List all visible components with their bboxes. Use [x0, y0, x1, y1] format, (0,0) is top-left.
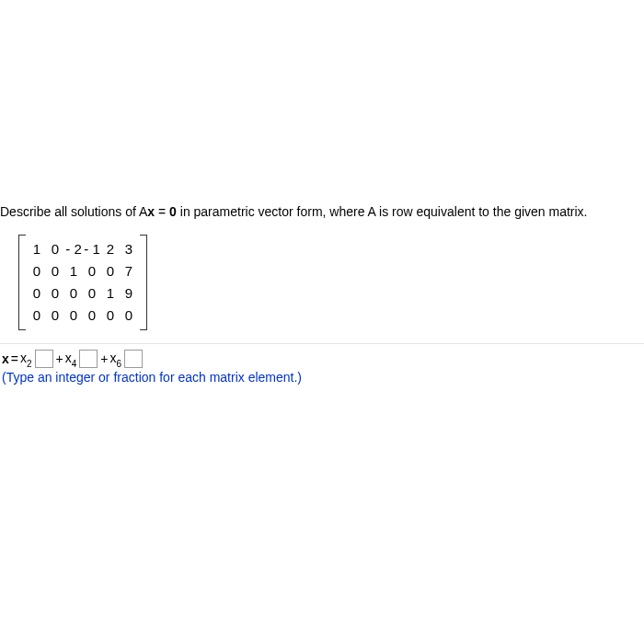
matrix-cell: 0 [46, 238, 64, 260]
answer-area: x = x2 + x4 + x6 (Type an integer or fra… [0, 344, 644, 385]
matrix: 1 0 - 2 - 1 2 3 0 0 1 0 0 7 0 0 0 0 1 9 … [18, 235, 644, 343]
vector-input-2[interactable] [79, 350, 98, 368]
matrix-cell: 0 [64, 282, 83, 305]
question-suffix: in parametric vector form, where A is ro… [177, 204, 588, 219]
matrix-cell: 0 [46, 305, 64, 327]
answer-plus2: + [100, 351, 108, 366]
matrix-cell: 1 [101, 282, 120, 305]
matrix-cell: 0 [64, 305, 83, 327]
matrix-cell: 0 [46, 282, 64, 305]
matrix-cell: - 2 [64, 238, 83, 260]
matrix-cell: 1 [28, 238, 46, 260]
matrix-cell: 0 [83, 282, 101, 305]
matrix-cell: 0 [28, 305, 46, 327]
answer-eq: = [11, 351, 18, 366]
matrix-cell: - 1 [83, 238, 101, 260]
matrix-cell: 0 [83, 305, 101, 327]
question-text: Describe all solutions of Ax = 0 in para… [0, 202, 644, 222]
question-ax-bold: x [147, 204, 155, 219]
matrix-bracket-left [18, 235, 26, 330]
matrix-cell: 9 [120, 282, 138, 305]
matrix-cell: 1 [64, 260, 83, 282]
answer-var2: x4 [65, 351, 77, 368]
matrix-cell: 0 [120, 305, 138, 327]
answer-var3: x6 [109, 351, 121, 368]
matrix-cell: 0 [101, 305, 120, 327]
question-middle: = [155, 204, 169, 219]
answer-hint: (Type an integer or fraction for each ma… [2, 370, 644, 385]
question-prefix: Describe all solutions of A [0, 204, 147, 219]
answer-line: x = x2 + x4 + x6 [2, 350, 644, 368]
matrix-cell: 0 [46, 260, 64, 282]
answer-var1: x2 [20, 351, 32, 368]
matrix-grid: 1 0 - 2 - 1 2 3 0 0 1 0 0 7 0 0 0 0 1 9 … [26, 235, 140, 330]
question-zero-bold: 0 [169, 204, 177, 219]
matrix-cell: 2 [101, 238, 120, 260]
matrix-cell: 0 [28, 260, 46, 282]
matrix-bracket-right [140, 235, 147, 330]
vector-input-3[interactable] [124, 350, 143, 368]
matrix-cell: 7 [120, 260, 138, 282]
matrix-cell: 0 [83, 260, 101, 282]
matrix-cell: 3 [120, 238, 138, 260]
vector-input-1[interactable] [35, 350, 53, 368]
matrix-cell: 0 [28, 282, 46, 305]
answer-plus1: + [56, 351, 63, 366]
answer-lhs: x [2, 351, 9, 366]
matrix-cell: 0 [101, 260, 120, 282]
